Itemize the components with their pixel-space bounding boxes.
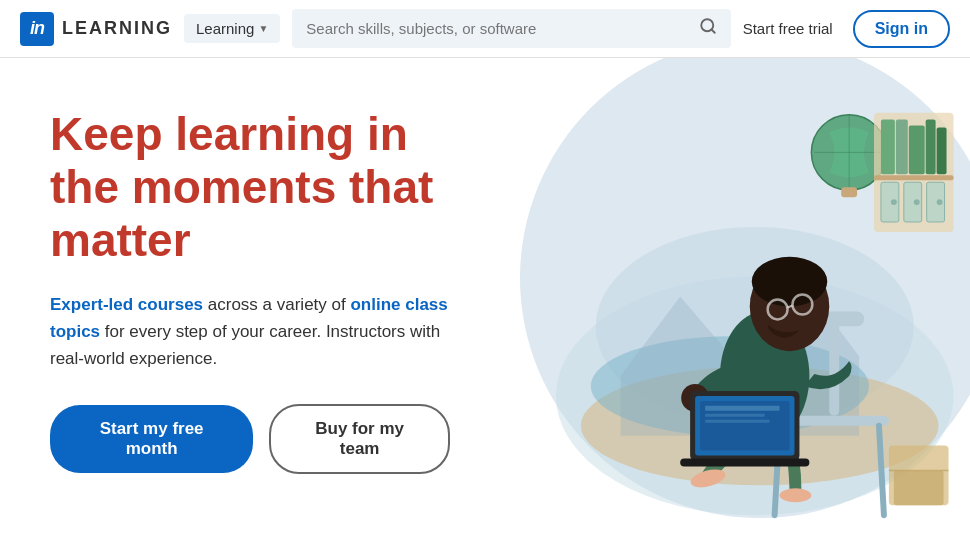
svg-rect-44 (705, 406, 780, 411)
svg-rect-46 (705, 420, 770, 423)
linkedin-icon: in (20, 12, 54, 46)
svg-rect-45 (705, 414, 765, 417)
svg-rect-12 (937, 128, 947, 175)
expert-courses-link[interactable]: Expert-led courses (50, 295, 203, 314)
svg-point-33 (780, 488, 812, 502)
hero-subtitle: Expert-led courses across a variety of o… (50, 291, 450, 373)
chevron-down-icon: ▼ (258, 23, 268, 34)
svg-point-22 (937, 199, 943, 205)
header: in LEARNING Learning ▼ Start free trial … (0, 0, 970, 58)
svg-rect-9 (896, 120, 908, 175)
hero-title: Keep learning in the moments that matter (50, 108, 450, 267)
nav-dropdown-label: Learning (196, 20, 254, 37)
sign-in-button[interactable]: Sign in (853, 10, 950, 48)
svg-rect-50 (894, 470, 944, 505)
hero-scene-svg (460, 58, 960, 545)
search-input[interactable] (306, 20, 688, 37)
svg-point-37 (752, 257, 828, 307)
search-bar (292, 9, 730, 48)
buy-for-team-button[interactable]: Buy for my team (269, 404, 450, 474)
svg-rect-11 (926, 120, 936, 175)
hero-section: Keep learning in the moments that matter… (0, 58, 970, 545)
logo-text: LEARNING (62, 18, 172, 39)
svg-line-1 (711, 29, 714, 32)
svg-point-16 (891, 199, 897, 205)
svg-rect-10 (909, 126, 925, 175)
svg-rect-6 (841, 187, 857, 197)
svg-rect-13 (874, 175, 954, 180)
search-icon[interactable] (699, 17, 717, 40)
start-free-month-button[interactable]: Start my free month (50, 405, 253, 473)
hero-content: Keep learning in the moments that matter… (0, 58, 500, 545)
svg-rect-8 (881, 120, 895, 175)
svg-rect-47 (680, 459, 809, 467)
hero-illustration (450, 58, 970, 545)
nav-dropdown[interactable]: Learning ▼ (184, 14, 280, 43)
hero-buttons: Start my free month Buy for my team (50, 404, 450, 474)
svg-point-19 (914, 199, 920, 205)
linkedin-logo[interactable]: in LEARNING (20, 12, 172, 46)
start-trial-link[interactable]: Start free trial (743, 20, 833, 37)
nav-right: Start free trial Sign in (743, 10, 950, 48)
svg-rect-30 (829, 316, 839, 415)
